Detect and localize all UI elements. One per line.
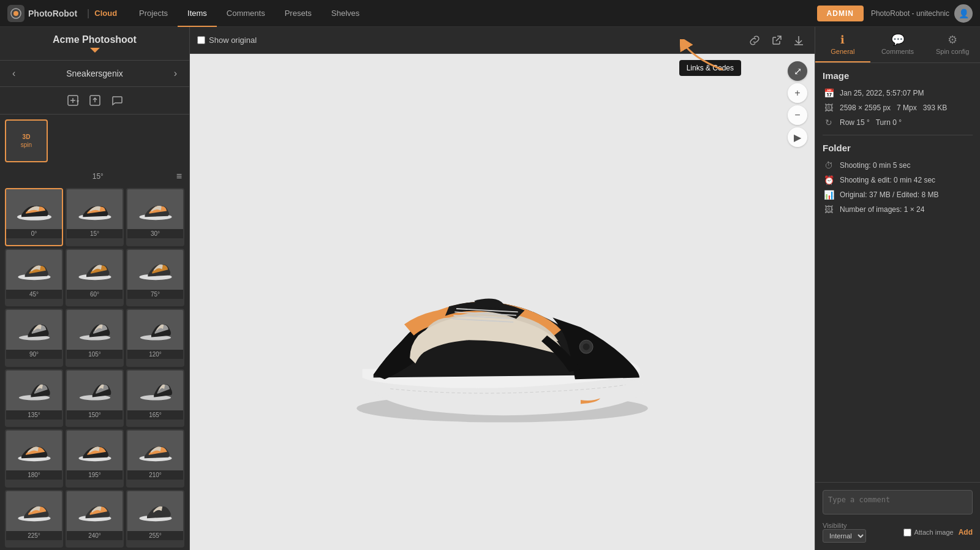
rotation-row: ↻ Row 15 ° Turn 0 ° bbox=[823, 118, 973, 127]
main-layout: Acme Photoshoot ‹ Sneakersgenix › bbox=[0, 27, 980, 550]
thumb-img-75 bbox=[127, 250, 183, 290]
thumb-degree-45: 45° bbox=[6, 290, 62, 299]
tab-spin-config[interactable]: ⚙ Spin config bbox=[925, 27, 980, 62]
spin-tab-area: 3D spin bbox=[0, 115, 189, 167]
spin-tab[interactable]: 3D spin bbox=[5, 119, 48, 162]
thumb-135[interactable]: 135° bbox=[5, 369, 63, 428]
admin-button[interactable]: ADMIN bbox=[817, 6, 864, 21]
thumb-img-0 bbox=[6, 189, 62, 229]
comments-icon: 💬 bbox=[891, 33, 905, 47]
nav-presets[interactable]: Presets bbox=[275, 0, 322, 27]
thumb-degree-105: 105° bbox=[67, 350, 123, 359]
link-button[interactable] bbox=[746, 32, 763, 49]
thumb-degree-75: 75° bbox=[127, 290, 183, 299]
zoom-out-button[interactable]: − bbox=[788, 105, 807, 125]
thumbnails-header: 15° ≡ bbox=[0, 167, 189, 186]
sidebar-nav: ‹ Sneakersgenix › bbox=[0, 61, 189, 87]
thumb-255[interactable]: 255° bbox=[126, 490, 184, 548]
thumb-15[interactable]: 15° bbox=[66, 188, 124, 246]
thumb-img-195 bbox=[67, 431, 123, 470]
tab-comments-label: Comments bbox=[881, 48, 914, 55]
top-nav: PhotoRobot | Cloud Projects Items Commen… bbox=[0, 0, 980, 27]
thumbnails-menu[interactable]: ≡ bbox=[176, 171, 182, 182]
nav-right: ADMIN PhotoRobot - unitechnic 👤 bbox=[817, 4, 973, 23]
tab-general-label: General bbox=[831, 48, 854, 55]
fullscreen-button[interactable]: ⤢ bbox=[788, 61, 807, 81]
links-codes-tooltip: Links & Codes bbox=[679, 60, 741, 76]
thumb-img-135 bbox=[6, 371, 62, 410]
thumb-165[interactable]: 165° bbox=[126, 369, 184, 428]
add-item-button[interactable] bbox=[64, 92, 81, 109]
next-arrow[interactable]: › bbox=[169, 66, 182, 81]
attach-image-label[interactable]: Attach image bbox=[903, 529, 953, 537]
nav-items[interactable]: Items bbox=[178, 0, 217, 27]
logo[interactable]: PhotoRobot bbox=[7, 5, 77, 22]
dimensions-row: 🖼 2598 × 2595 px 7 Mpx 393 KB bbox=[823, 103, 973, 113]
right-panel-content: Image 📅 Jan 25, 2022, 5:57:07 PM 🖼 2598 … bbox=[815, 63, 980, 482]
add-comment-button[interactable]: Add bbox=[959, 528, 973, 537]
date-value: Jan 25, 2022, 5:57:07 PM bbox=[840, 89, 924, 97]
show-original-checkbox[interactable]: Show original bbox=[197, 36, 257, 45]
thumb-30[interactable]: 30° bbox=[126, 188, 184, 246]
original-checkbox-input[interactable] bbox=[197, 36, 205, 44]
folder-section-title: Folder bbox=[823, 143, 973, 153]
nav-comments[interactable]: Comments bbox=[217, 0, 275, 27]
spin-tab-label: spin bbox=[21, 141, 32, 148]
thumb-img-225 bbox=[6, 491, 62, 531]
comment-area: Visibility Internal Attach image Add bbox=[815, 482, 980, 550]
project-title: Acme Photoshoot bbox=[10, 34, 179, 45]
comment-input[interactable] bbox=[823, 490, 973, 514]
rotation-icon: ↻ bbox=[823, 118, 835, 127]
comment-button[interactable] bbox=[108, 92, 126, 109]
thumb-0[interactable]: 0° bbox=[5, 188, 63, 246]
thumb-150[interactable]: 150° bbox=[66, 369, 124, 428]
tab-general[interactable]: ℹ General bbox=[815, 27, 870, 62]
thumb-60[interactable]: 60° bbox=[66, 249, 124, 307]
thumb-45[interactable]: 45° bbox=[5, 249, 63, 307]
nav-divider: | bbox=[87, 8, 89, 19]
num-images-value: Number of images: 1 × 24 bbox=[840, 205, 924, 214]
download-button[interactable] bbox=[790, 32, 807, 49]
play-button[interactable]: ▶ bbox=[788, 127, 807, 147]
thumb-90[interactable]: 90° bbox=[5, 309, 63, 367]
upload-button[interactable] bbox=[86, 92, 104, 109]
right-panel: ℹ General 💬 Comments ⚙ Spin config Image… bbox=[815, 27, 980, 550]
cloud-label[interactable]: Cloud bbox=[94, 9, 117, 18]
thumb-75[interactable]: 75° bbox=[126, 249, 184, 307]
thumb-180[interactable]: 180° bbox=[5, 429, 63, 488]
thumb-degree-150: 150° bbox=[67, 410, 123, 420]
thumb-degree-90: 90° bbox=[6, 350, 62, 359]
logo-icon bbox=[7, 5, 24, 22]
external-link-button[interactable] bbox=[768, 32, 785, 49]
thumb-195[interactable]: 195° bbox=[66, 429, 124, 488]
attach-label-text: Attach image bbox=[914, 529, 953, 536]
rotation-value: Row 15 ° Turn 0 ° bbox=[840, 118, 902, 127]
nav-projects[interactable]: Projects bbox=[129, 0, 178, 27]
calendar-icon: 📅 bbox=[823, 88, 835, 98]
thumb-degree-255: 255° bbox=[127, 531, 183, 540]
thumb-img-60 bbox=[67, 250, 123, 290]
shooting-value: Shooting: 0 min 5 sec bbox=[840, 161, 910, 170]
thumb-105[interactable]: 105° bbox=[66, 309, 124, 367]
thumb-210[interactable]: 210° bbox=[126, 429, 184, 488]
images-icon: 🖼 bbox=[823, 205, 835, 214]
visibility-select[interactable]: Internal bbox=[823, 529, 866, 543]
thumb-img-255 bbox=[127, 491, 183, 531]
thumb-120[interactable]: 120° bbox=[126, 309, 184, 367]
sidebar-actions bbox=[0, 87, 189, 115]
shooting-edit-icon: ⏰ bbox=[823, 175, 835, 185]
prev-arrow[interactable]: ‹ bbox=[7, 66, 20, 81]
thumb-240[interactable]: 240° bbox=[66, 490, 124, 548]
thumb-degree-15: 15° bbox=[67, 229, 123, 238]
image-icon: 🖼 bbox=[823, 103, 835, 113]
toolbar-right bbox=[746, 32, 807, 49]
thumbnails-grid: 0° 15° bbox=[0, 186, 189, 550]
date-row: 📅 Jan 25, 2022, 5:57:07 PM bbox=[823, 88, 973, 98]
attach-checkbox[interactable] bbox=[903, 529, 911, 537]
thumb-225[interactable]: 225° bbox=[5, 490, 63, 548]
thumb-img-150 bbox=[67, 371, 123, 410]
zoom-in-button[interactable]: + bbox=[788, 83, 807, 103]
nav-shelves[interactable]: Shelves bbox=[322, 0, 369, 27]
tab-comments[interactable]: 💬 Comments bbox=[870, 27, 925, 62]
thumb-img-240 bbox=[67, 491, 123, 531]
